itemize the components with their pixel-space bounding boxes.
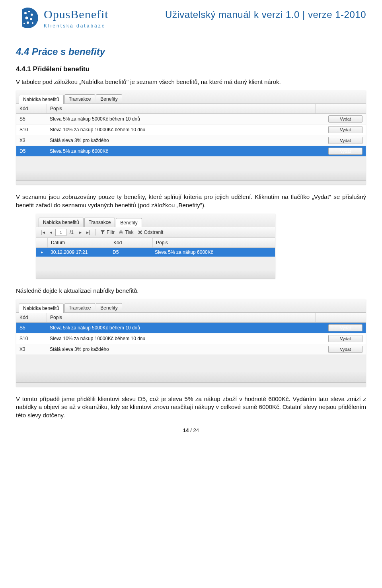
table-row[interactable]: X3Stálá sleva 3% pro každéhoVydat [16,135,366,146]
vydat-button[interactable]: Vydat [328,335,363,342]
vydat-button[interactable]: Vydat [328,137,363,144]
cell-popis: Sleva 10% za nákup 10000Kč během 10 dnu [47,125,316,134]
grid-toolbar: |◂ ◂ 1 /1 ▸ ▸| Filtr Tisk Odstranit [36,227,275,238]
svg-point-0 [24,12,27,14]
print-button[interactable]: Tisk [117,230,135,235]
delete-button[interactable]: Odstranit [136,230,165,235]
filter-button[interactable]: Filtr [99,230,116,235]
svg-rect-10 [120,233,122,234]
table-row[interactable]: X3Stálá sleva 3% pro každéhoVydat [16,344,366,355]
paragraph-1: V tabulce pod záložkou „Nabídka benefitů… [16,78,366,86]
vydat-button[interactable]: Vydat [328,148,363,155]
x-icon [138,230,142,235]
cell-kod: D5 [16,147,47,156]
nav-first-icon[interactable]: |◂ [39,229,47,236]
vydat-button[interactable]: Vydat [328,126,363,133]
logo-sub-text: Klientská databáze [44,22,109,29]
svg-rect-9 [120,230,122,232]
col-header-popis: Popis [153,238,275,247]
cell-kod: D5 [109,248,152,257]
vydat-button[interactable]: Vydat [328,324,363,331]
tab-transakce[interactable]: Transakce [84,218,115,227]
svg-point-5 [27,21,29,24]
printer-icon [119,230,123,235]
col-header-popis: Popis [47,104,316,113]
table-row[interactable]: S10Sleva 10% za nákup 10000Kč během 10 d… [16,125,366,135]
screenshot-nabidka-benefitu-1: Nabídka benefitů Transakce Benefity Kód … [16,91,366,185]
cell-popis: Stálá sleva 3% pro každého [47,345,316,354]
cell-kod: S5 [16,323,47,332]
table-row[interactable]: S5Sleva 5% za nákup 5000Kč během 10 dnůV… [16,114,366,125]
page-number: 14 / 24 [16,427,366,433]
tab-nabidka-benefitu[interactable]: Nabídka benefitů [19,95,64,104]
grid-header-row: Kód Popis [16,104,366,114]
cell-kod: S10 [16,125,47,134]
vydat-button[interactable]: Vydat [328,346,363,353]
table-row[interactable]: ▸30.12.2009 17:21D5Sleva 5% za nákup 600… [36,248,275,257]
page-header: OpusBenefit Klientská databáze Uživatels… [16,0,366,34]
tab-benefity[interactable]: Benefity [116,218,142,227]
table-row[interactable]: S10Sleva 10% za nákup 10000Kč během 10 d… [16,333,366,344]
cell-datum: 30.12.2009 17:21 [47,248,109,257]
svg-point-2 [31,14,33,16]
col-header-datum: Datum [48,238,110,247]
page-total-label: /1 [70,230,74,235]
cell-kod: X3 [16,345,47,354]
nav-prev-icon[interactable]: ◂ [47,229,55,236]
svg-point-7 [23,23,25,24]
logo-icon [16,6,40,30]
grid-header-row: Kód Popis [16,313,366,323]
page-current-input[interactable]: 1 [55,229,66,236]
table-row[interactable]: S5Sleva 5% za nákup 5000Kč během 10 dnůV… [16,323,366,333]
logo: OpusBenefit Klientská databáze [16,6,109,30]
cell-kod: S5 [16,115,47,123]
paragraph-4: V tomto případě jsme přidělili klientovi… [16,395,366,419]
grid-header-row: Datum Kód Popis [36,238,275,248]
svg-point-4 [30,18,32,20]
paragraph-2: V seznamu jsou zobrazovány pouze ty bene… [16,193,366,209]
svg-point-6 [32,22,33,24]
col-header-kod: Kód [110,238,153,247]
col-header-kod: Kód [16,104,47,113]
cell-popis: Sleva 5% za nákup 6000Kč [47,147,316,156]
cell-popis: Sleva 5% za nákup 5000Kč během 10 dnů [47,115,316,123]
logo-main-text: OpusBenefit [44,8,109,21]
tab-benefity[interactable]: Benefity [96,94,122,103]
tab-nabidka-benefitu[interactable]: Nabídka benefitů [39,218,84,227]
tab-benefity[interactable]: Benefity [96,303,122,312]
page-current: 14 [183,427,189,433]
row-indicator-icon: ▸ [36,248,47,256]
page-total: 24 [193,427,199,433]
vydat-button[interactable]: Vydat [328,115,363,123]
cell-popis: Sleva 5% za nákup 5000Kč během 10 dnů [47,323,316,332]
subsection-heading: 4.4.1 Přidělení benefitu [16,65,366,73]
paragraph-3: Následně dojde k aktualizaci nabídky ben… [16,287,366,295]
cell-popis: Stálá sleva 3% pro každého [47,136,316,145]
col-header-popis: Popis [47,313,316,322]
tab-transakce[interactable]: Transakce [64,303,96,312]
nav-last-icon[interactable]: ▸| [85,229,92,236]
cell-popis: Sleva 5% za nákup 6000Kč [152,248,275,257]
svg-point-1 [28,11,30,13]
nav-next-icon[interactable]: ▸ [77,229,84,236]
tab-nabidka-benefitu[interactable]: Nabídka benefitů [19,304,64,313]
svg-point-3 [25,17,28,19]
document-title: Uživatelský manuál k verzi 1.0 | verze 1… [109,9,366,20]
table-row[interactable]: D5Sleva 5% za nákup 6000KčVydat [16,146,366,157]
col-header-kod: Kód [16,313,47,322]
cell-popis: Sleva 10% za nákup 10000Kč během 10 dnu [47,334,316,343]
tab-transakce[interactable]: Transakce [64,94,96,103]
funnel-icon [100,230,105,235]
screenshot-benefity-tab: Nabídka benefitů Transakce Benefity |◂ ◂… [36,214,275,279]
screenshot-nabidka-benefitu-2: Nabídka benefitů Transakce Benefity Kód … [16,300,366,387]
cell-kod: X3 [16,136,47,145]
section-heading: 4.4 Práce s benefity [16,46,366,57]
cell-kod: S10 [16,334,47,343]
